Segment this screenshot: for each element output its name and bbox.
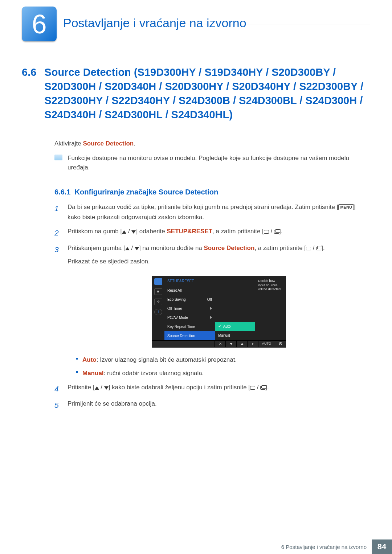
down-icon: [104, 386, 109, 390]
auto-text: : Izvor ulaznog signala bit će automatsk…: [97, 356, 237, 363]
osd-list-icon: ≡: [154, 288, 162, 295]
step-5: 5 Primijenit će se odabrana opcija.: [54, 399, 370, 412]
enter-icon-b: [316, 247, 321, 250]
step4-text-b: ] kako biste odabrali željenu opciju i z…: [109, 384, 250, 391]
osd-info-icon: i: [154, 309, 162, 315]
setup-reset-keyword: SETUP&RESET: [167, 228, 212, 235]
chapter-title: Postavljanje i vraćanje na izvorno: [63, 16, 246, 32]
osd-menu-list: SETUP&RESET Reset All Eco SavingOff Off …: [164, 276, 215, 340]
step-number: 2: [54, 226, 61, 239]
subsection-title: Konfiguriranje značajke Source Detection: [75, 188, 219, 196]
osd-item: Off Timer: [164, 304, 215, 313]
osd-right-icon: [247, 341, 258, 347]
step5-text: Primijenit će se odabrana opcija.: [68, 399, 370, 412]
step3-tail: Prikazat će se sljedeći zaslon.: [68, 257, 370, 267]
osd-sidebar: ≡ ✧ i: [152, 276, 164, 340]
caret-right-icon: [210, 307, 212, 310]
osd-footer: ✕ AUTO ⏻: [152, 340, 286, 347]
caret-right-icon: [210, 316, 212, 319]
down-icon: [135, 247, 139, 250]
enter-icon-b: [274, 230, 279, 234]
section-title: Source Detection (S19D300HY / S19D340HY …: [44, 65, 370, 122]
section-heading: 6.6 Source Detection (S19D300HY / S19D34…: [22, 65, 370, 122]
osd-gear-icon: ✧: [154, 299, 162, 305]
note-block: Funkcije dostupne na monitoru ovise o mo…: [54, 153, 370, 173]
subsection-heading: 6.6.1 Konfiguriranje značajke Source Det…: [54, 188, 370, 196]
enter-icon-a: [306, 247, 311, 250]
osd-option-list: ✓Auto Manual: [215, 276, 255, 340]
step4-text-a: Pritisnite [: [68, 384, 95, 391]
step-2: 2 Pritiskom na gumb [ / ] odaberite SETU…: [54, 226, 370, 239]
step2-text-a: Pritiskom na gumb [: [68, 228, 122, 235]
intro-keyword: Source Detection: [83, 140, 134, 147]
bullet-auto: Auto: Izvor ulaznog signala bit će autom…: [76, 355, 370, 365]
enter-icon-a: [264, 230, 269, 234]
osd-item: Reset All: [164, 286, 215, 295]
note-text: Funkcije dostupne na monitoru ovise o mo…: [68, 153, 370, 173]
osd-auto-button: AUTO: [258, 341, 275, 347]
osd-item: PC/AV Mode: [164, 313, 215, 322]
step-1: 1 Da bi se prikazao vodič za tipke, prit…: [54, 202, 370, 223]
osd-close-icon: ✕: [215, 341, 225, 347]
intro-line: Aktivirajte Source Detection.: [54, 139, 370, 148]
up-icon: [125, 247, 130, 250]
osd-monitor-icon: [154, 278, 162, 285]
section-number: 6.6: [22, 65, 36, 122]
auto-label: Auto: [82, 356, 97, 363]
bullet-manual: Manual: ručni odabir izvora ulaznog sign…: [76, 368, 370, 379]
osd-item: Eco SavingOff: [164, 295, 215, 304]
up-icon: [122, 230, 126, 234]
intro-suffix: .: [134, 140, 135, 147]
step-number: 5: [54, 399, 61, 412]
manual-label: Manual: [82, 370, 104, 377]
enter-icon-b: [260, 386, 265, 390]
step1-text-a: Da bi se prikazao vodič za tipke, pritis…: [68, 204, 338, 210]
osd-power-icon: ⏻: [275, 341, 286, 347]
step3-text-c: , a zatim pritisnite [: [254, 245, 306, 251]
osd-down-icon: [225, 341, 236, 347]
page-footer: 6 Postavljanje i vraćanje na izvorno 84: [0, 539, 392, 554]
osd-item: Key Repeat Time: [164, 322, 215, 331]
source-detection-keyword: Source Detection: [204, 245, 255, 251]
down-icon: [131, 230, 136, 234]
enter-icon-a: [250, 386, 255, 390]
note-icon: [54, 155, 62, 160]
step3-text-b: ] na monitoru dođite na: [139, 245, 204, 251]
step-4: 4 Pritisnite [ / ] kako biste odabrali ž…: [54, 382, 370, 395]
subsection-number: 6.6.1: [54, 188, 70, 196]
step3-text-a: Pritiskanjem gumba [: [68, 245, 125, 251]
osd-item-selected: Source Detection: [164, 331, 215, 340]
step2-text-c: , a zatim pritisnite [: [212, 228, 264, 235]
osd-title: SETUP&RESET: [164, 276, 215, 286]
step2-text-b: ] odaberite: [136, 228, 167, 235]
chapter-header: 6 Postavljanje i vraćanje na izvorno: [22, 7, 246, 41]
osd-up-icon: [236, 341, 247, 347]
intro-prefix: Aktivirajte: [54, 140, 83, 147]
osd-option-selected: ✓Auto: [215, 322, 255, 331]
step-number: 4: [54, 382, 61, 395]
step-3: 3 Pritiskanjem gumba [ / ] na monitoru d…: [54, 243, 370, 379]
menu-key: MENU: [338, 204, 354, 210]
bullet-icon: [76, 371, 78, 373]
osd-hint: Decide how input sources will be detecte…: [255, 276, 286, 340]
manual-text: : ručni odabir izvora ulaznog signala.: [104, 370, 204, 377]
osd-screenshot: ≡ ✧ i SETUP&RESET Reset All Eco SavingOf…: [152, 276, 286, 348]
footer-label: 6 Postavljanje i vraćanje na izvorno: [276, 539, 372, 554]
step-number: 1: [54, 202, 61, 223]
osd-option: Manual: [215, 331, 255, 340]
check-icon: ✓: [218, 323, 221, 329]
chapter-number-badge: 6: [22, 7, 57, 41]
bullet-icon: [76, 358, 78, 360]
step-number: 3: [54, 243, 61, 379]
up-icon: [95, 386, 99, 390]
footer-page-number: 84: [372, 539, 392, 554]
